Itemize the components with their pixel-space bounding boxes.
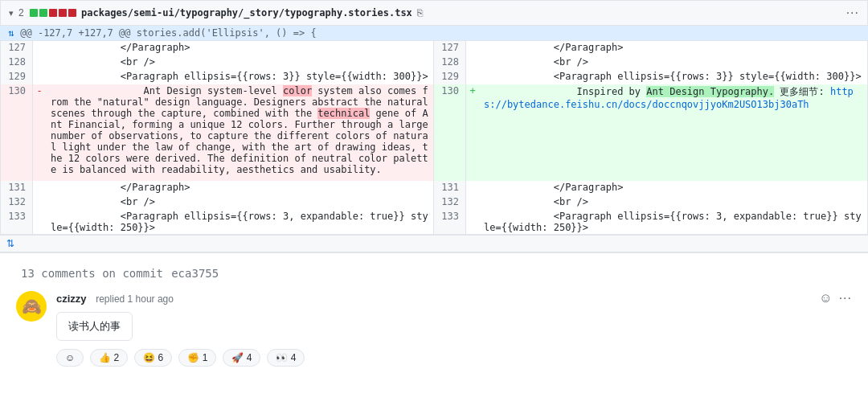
line-content-left: <br /> bbox=[46, 195, 433, 210]
line-sign-left bbox=[33, 181, 46, 195]
line-sign-left bbox=[33, 210, 46, 234]
diff-stat-count: 2 bbox=[18, 7, 24, 18]
diff-hunk-header: @@ -127,7 +127,7 @@ stories.add('Ellipsi… bbox=[20, 27, 316, 39]
comment-header: czizzy replied 1 hour ago ☺ ··· bbox=[56, 291, 852, 305]
diff-line-right-133: 133 <Paragraph ellipsis={{rows: 3, expan… bbox=[434, 210, 867, 234]
reaction-bar: ☺ 👍 2 😆 6 ✊ 1 🚀 4 👀 4 bbox=[56, 349, 852, 367]
line-num-right: 133 bbox=[434, 210, 466, 234]
comment-action-time: replied 1 hour ago bbox=[96, 293, 174, 305]
diff-line-left-132: 132 <br /> bbox=[1, 195, 433, 210]
line-content-right: <br /> bbox=[479, 55, 867, 70]
file-header: ▾ 2 packages/semi-ui/typography/_story/t… bbox=[0, 0, 868, 25]
line-num-left: 127 bbox=[1, 41, 33, 55]
diff-line-right-132: 132 <br /> bbox=[434, 195, 867, 210]
line-sign-left bbox=[33, 70, 46, 84]
line-content-right: <Paragraph ellipsis={{rows: 3, expandabl… bbox=[479, 210, 867, 234]
expand-down-icon: ⇅ bbox=[6, 238, 14, 249]
copy-icon[interactable]: ⎘ bbox=[417, 7, 423, 18]
diff-stat-add bbox=[30, 9, 38, 17]
diff-stat: 2 bbox=[18, 7, 76, 18]
line-content-left: <br /> bbox=[46, 55, 433, 70]
line-content-del: Ant Design system-level color system als… bbox=[46, 84, 433, 181]
line-num-left: 133 bbox=[1, 210, 33, 234]
line-sign-right bbox=[466, 55, 479, 70]
reaction-laugh[interactable]: 😆 6 bbox=[134, 349, 172, 367]
expand-down-row[interactable]: ⇅ bbox=[0, 235, 868, 252]
line-sign-right bbox=[466, 41, 479, 55]
line-sign-left bbox=[33, 55, 46, 70]
reaction-thumbsup[interactable]: 👍 2 bbox=[90, 349, 128, 367]
diff-line-right-129: 129 <Paragraph ellipsis={{rows: 3}} styl… bbox=[434, 70, 867, 84]
line-content-right: <br /> bbox=[479, 195, 867, 210]
diff-line-left-133: 133 <Paragraph ellipsis={{rows: 3, expan… bbox=[1, 210, 433, 234]
line-content-left: <Paragraph ellipsis={{rows: 3, expandabl… bbox=[46, 210, 433, 234]
diff-line-left-131: 131 </Paragraph> bbox=[1, 181, 433, 195]
line-content-left: <Paragraph ellipsis={{rows: 3}} style={{… bbox=[46, 70, 433, 84]
diff-stat-del3 bbox=[68, 9, 76, 17]
diff-line-left-130: 130 - Ant Design system-level color syst… bbox=[1, 84, 433, 181]
comment-body: czizzy replied 1 hour ago ☺ ··· 读书人的事 ☺ … bbox=[56, 291, 852, 367]
reaction-fist[interactable]: ✊ 1 bbox=[178, 349, 216, 367]
line-content-add: Inspired by Ant Design Typography. 更多细节:… bbox=[479, 84, 867, 181]
expand-collapse-icon[interactable]: ▾ bbox=[9, 8, 14, 18]
diff-stat-del2 bbox=[59, 9, 67, 17]
line-sign-right bbox=[466, 181, 479, 195]
diff-line-left-129: 129 <Paragraph ellipsis={{rows: 3}} styl… bbox=[1, 70, 433, 84]
comment-author: czizzy bbox=[56, 293, 87, 305]
reaction-eyes[interactable]: 👀 4 bbox=[267, 349, 305, 367]
expand-up-icon[interactable]: ⇅ bbox=[8, 27, 14, 39]
reaction-rocket[interactable]: 🚀 4 bbox=[223, 349, 260, 367]
line-num-left: 129 bbox=[1, 70, 33, 84]
commit-hash: eca3755 bbox=[171, 267, 219, 280]
line-num-left: 128 bbox=[1, 55, 33, 70]
comments-section: 13 comments on commit eca3755 🙈 czizzy r… bbox=[0, 252, 868, 379]
comments-title: 13 comments on commit eca3755 bbox=[16, 266, 852, 280]
line-sign-del: - bbox=[33, 84, 46, 181]
comment-meta: czizzy replied 1 hour ago bbox=[56, 293, 174, 305]
file-path: packages/semi-ui/typography/_story/typog… bbox=[81, 7, 412, 18]
diff-stat-del bbox=[49, 9, 57, 17]
reaction-smiley[interactable]: ☺ bbox=[56, 349, 84, 367]
diff-line-left-127: 127 </Paragraph> bbox=[1, 41, 433, 55]
line-content-left: </Paragraph> bbox=[46, 41, 433, 55]
line-content-right: <Paragraph ellipsis={{rows: 3}} style={{… bbox=[479, 70, 867, 84]
line-sign-right bbox=[466, 70, 479, 84]
line-num-right: 131 bbox=[434, 181, 466, 195]
diff-line-left-128: 128 <br /> bbox=[1, 55, 433, 70]
comments-count-label: 13 comments on commit bbox=[21, 267, 163, 280]
comment-more-btn[interactable]: ··· bbox=[839, 291, 852, 305]
line-num-right: 129 bbox=[434, 70, 466, 84]
line-content-right: </Paragraph> bbox=[479, 41, 867, 55]
line-sign-right bbox=[466, 195, 479, 210]
line-sign-right bbox=[466, 210, 479, 234]
comment-actions: ☺ ··· bbox=[819, 291, 852, 305]
diff-line-right-128: 128 <br /> bbox=[434, 55, 867, 70]
line-num-left: 130 bbox=[1, 84, 33, 181]
avatar: 🙈 bbox=[16, 291, 47, 322]
line-content-right: </Paragraph> bbox=[479, 181, 867, 195]
line-num-right: 128 bbox=[434, 55, 466, 70]
file-more-icon[interactable]: ··· bbox=[846, 6, 859, 20]
line-num-right: 127 bbox=[434, 41, 466, 55]
line-content-left: </Paragraph> bbox=[46, 181, 433, 195]
comment-item: 🙈 czizzy replied 1 hour ago ☺ ··· 读书人的事 … bbox=[16, 291, 852, 367]
comment-bubble: 读书人的事 bbox=[56, 312, 133, 341]
diff-left-panel: 127 </Paragraph> 128 <br /> 129 <Paragra… bbox=[1, 41, 434, 234]
line-num-right: 132 bbox=[434, 195, 466, 210]
diff-right-panel: 127 </Paragraph> 128 <br /> 129 <Paragra… bbox=[434, 41, 867, 234]
line-sign-left bbox=[33, 195, 46, 210]
emoji-reaction-btn[interactable]: ☺ bbox=[819, 291, 832, 305]
diff-line-right-130: 130 + Inspired by Ant Design Typography.… bbox=[434, 84, 867, 181]
line-sign-add: + bbox=[466, 84, 479, 181]
line-num-left: 131 bbox=[1, 181, 33, 195]
diff-context-header: ⇅ @@ -127,7 +127,7 @@ stories.add('Ellip… bbox=[0, 25, 868, 40]
line-sign-left bbox=[33, 41, 46, 55]
diff-line-right-131: 131 </Paragraph> bbox=[434, 181, 867, 195]
line-num-left: 132 bbox=[1, 195, 33, 210]
diff-line-right-127: 127 </Paragraph> bbox=[434, 41, 867, 55]
diff-stat-add2 bbox=[39, 9, 47, 17]
diff-split-view: 127 </Paragraph> 128 <br /> 129 <Paragra… bbox=[0, 40, 868, 235]
line-num-right: 130 bbox=[434, 84, 466, 181]
